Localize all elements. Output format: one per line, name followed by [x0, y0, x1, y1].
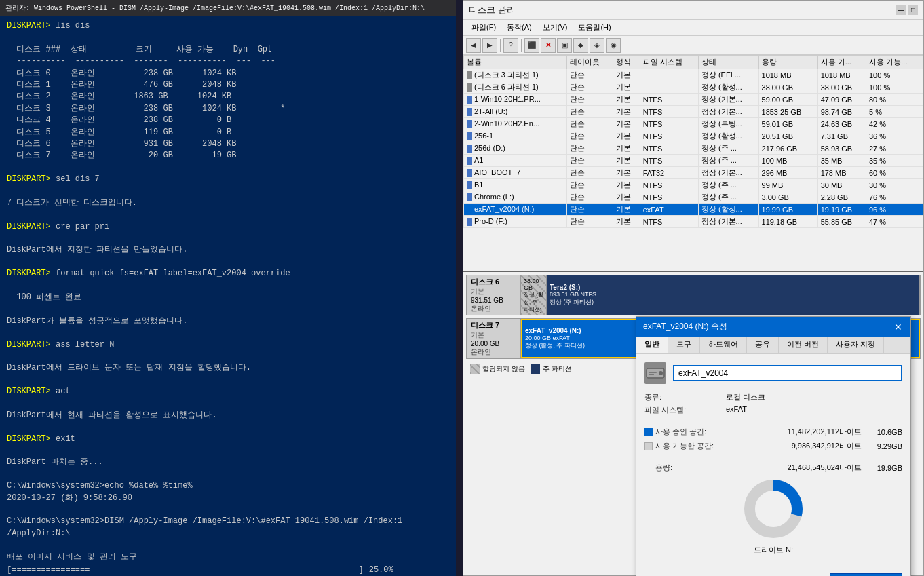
table-row[interactable]: 1-Win10.20H1.PR...단순기본NTFS정상 (기본...59.00…	[464, 94, 923, 106]
back-button[interactable]: ◀	[466, 38, 481, 53]
ps-progress-pct: 25.0%	[369, 565, 393, 575]
table-row[interactable]: Chrome (L:)단순기본NTFS정상 (주 ...3.00 GB2.28 …	[464, 191, 923, 204]
props-total-label: 용량:	[655, 463, 744, 473]
ps-cre-out: DiskPart에서 지정한 파티션을 만들었습니다.	[7, 244, 449, 256]
tab-customize[interactable]: 사용자 지정	[828, 337, 884, 353]
ps-fmt-out: DiskPart가 볼륨을 성공적으로 포맷했습니다.	[7, 315, 449, 327]
ps-disk3: 디스크 3 온라인 238 GB 1024 KB *	[7, 103, 449, 115]
ps-blank5	[7, 233, 449, 244]
ps-disk1: 디스크 1 온라인 476 GB 2048 KB	[7, 79, 449, 91]
props-used-label: 사용 중인 공간:	[655, 427, 744, 437]
props-type-label: 종류:	[644, 392, 726, 402]
ps-blank3	[7, 185, 449, 197]
ps-blank17	[7, 539, 449, 551]
legend-unalloc: 할당되지 않음	[470, 364, 525, 374]
ps-cmd-exit: DISKPART> exit	[7, 434, 449, 445]
dm-title: 디스크 관리	[469, 4, 516, 16]
legend-unalloc-label: 할당되지 않음	[482, 364, 525, 374]
ps-cmd-ass: DISKPART> ass letter=N	[7, 339, 449, 351]
menu-file[interactable]: 파일(F)	[466, 21, 501, 34]
tab-previous[interactable]: 이전 버전	[779, 337, 828, 353]
ps-blank2	[7, 162, 449, 174]
table-row[interactable]: B1단순기본NTFS정상 (주 ...99 MB30 MB30 %	[464, 179, 923, 191]
ps-titlebar: 관리자: Windows PowerShell - DISM /Apply-Im…	[0, 0, 456, 16]
ps-dism-title: 배포 이미지 서비스 및 관리 도구	[7, 552, 449, 563]
legend-primary-icon	[531, 364, 540, 374]
tab-sharing[interactable]: 공유	[747, 337, 779, 353]
props-fs-value: exFAT	[726, 405, 747, 413]
ps-blank10	[7, 351, 449, 362]
dm-menubar: 파일(F) 동작(A) 보기(V) 도움말(H)	[463, 20, 923, 36]
ps-cmd-fmt: DISKPART> format quick fs=exFAT label=ex…	[7, 268, 449, 280]
props-buttons: 디스크 정리(D)	[636, 569, 910, 576]
props-free-label: 사용 가능한 공간:	[655, 441, 744, 451]
menu-view[interactable]: 보기(V)	[537, 21, 573, 34]
disk6-row: 디스크 6 기본 931.51 GB 온라인 38.00 GB 정상 (활성, …	[466, 275, 921, 315]
ps-cmd-dism: C:\Windows\system32>DISM /Apply-Image /I…	[7, 516, 449, 539]
volume-table: 볼륨 레이아웃 형식 파일 시스템 상태 용량 사용 가... 사용 가능...…	[463, 55, 923, 228]
disk7-label: 디스크 7 기본 20.00 GB 온라인	[467, 319, 521, 358]
ps-disk7: 디스크 7 온라인 20 GB 19 GB	[7, 150, 449, 161]
table-row[interactable]: 2T-All (U:)단순기본NTFS정상 (기본...1853.25 GB98…	[464, 106, 923, 118]
ps-title: 관리자: Windows PowerShell - DISM /Apply-Im…	[5, 3, 425, 13]
help-button[interactable]: ?	[503, 38, 518, 53]
disk6-part1[interactable]: 38.00 GB 정상 (활성, 주 파티션)	[521, 275, 547, 315]
table-row[interactable]: (디스크 6 파티션 1)단순기본정상 (활성...38.00 GB38.00 …	[464, 81, 923, 94]
ps-disk4: 디스크 4 온라인 238 GB 0 B	[7, 115, 449, 126]
volume-name-input[interactable]	[673, 365, 902, 381]
props-type-row: 종류: 로컬 디스크	[644, 392, 902, 402]
toolbar-btn-8[interactable]: ◉	[606, 38, 621, 53]
disk-cleanup-button[interactable]: 디스크 정리(D)	[830, 573, 902, 576]
props-total-bytes: 21,468,545,024바이트	[744, 463, 862, 473]
props-type-value: 로컬 디스크	[726, 392, 765, 402]
ps-line-blank	[7, 32, 449, 43]
ps-date-out: 2020-10-27 (화) 9:58:26.90	[7, 493, 449, 504]
minimize-button[interactable]: —	[896, 5, 906, 15]
table-row[interactable]: exFAT_v2004 (N:)단순기본exFAT정상 (활성...19.99 …	[464, 204, 923, 216]
col-type: 형식	[613, 56, 640, 69]
tab-hardware[interactable]: 하드웨어	[700, 337, 747, 353]
toolbar-btn-3[interactable]: ⬛	[524, 38, 539, 53]
ps-table-header: 디스크 ### 상태 크기 사용 가능 Dyn Gpt	[7, 44, 449, 56]
tab-general[interactable]: 일반	[636, 337, 668, 353]
toolbar-btn-6[interactable]: ◆	[573, 38, 588, 53]
disk6-part2[interactable]: Tera2 (S:) 893.51 GB NTFS 정상 (주 파티션)	[547, 275, 920, 315]
props-chart-area	[644, 478, 902, 539]
ps-ass-out: DiskPart에서 드라이브 문자 또는 탑재 지점을 할당했습니다.	[7, 362, 449, 374]
toolbar-btn-5[interactable]: ▣	[557, 38, 572, 53]
col-layout: 레이아웃	[566, 56, 613, 69]
toolbar-separator-1	[500, 39, 501, 52]
props-total-gb: 19.9GB	[862, 464, 902, 472]
table-row[interactable]: AIO_BOOT_7단순기본FAT32정상 (기본...296 MB178 MB…	[464, 167, 923, 179]
col-status: 상태	[698, 56, 758, 69]
table-row[interactable]: 2-Win10.20H2.En...단순기본NTFS정상 (부팅...59.01…	[464, 118, 923, 130]
menu-help[interactable]: 도움말(H)	[573, 21, 616, 34]
table-row[interactable]: Pro-D (F:)단순기본NTFS정상 (기본...119.18 GB55.8…	[464, 216, 923, 228]
ps-blank4	[7, 209, 449, 220]
ps-disk6: 디스크 6 온라인 931 GB 2048 KB	[7, 138, 449, 150]
ps-cmd-act: DISKPART> act	[7, 386, 449, 398]
props-divider-2	[644, 457, 902, 457]
powershell-window: 관리자: Windows PowerShell - DISM /Apply-Im…	[0, 0, 456, 576]
table-row[interactable]: (디스크 3 파티션 1)단순기본정상 (EFI ...1018 MB1018 …	[464, 69, 923, 81]
props-close-button[interactable]: ✕	[893, 322, 904, 332]
disk6-status: 온라인	[471, 304, 516, 313]
props-used-row: 사용 중인 공간: 11,482,202,112바이트 10.6GB	[644, 427, 902, 437]
legend-unalloc-icon	[470, 364, 480, 374]
dm-volume-table[interactable]: 볼륨 레이아웃 형식 파일 시스템 상태 용량 사용 가... 사용 가능...…	[463, 55, 923, 272]
props-divider-1	[644, 421, 902, 421]
delete-button[interactable]: ✕	[541, 38, 556, 53]
forward-button[interactable]: ▶	[482, 38, 497, 53]
disk6-p2-label: Tera2 (S:)	[550, 284, 917, 291]
menu-action[interactable]: 동작(A)	[501, 21, 537, 34]
toolbar-btn-7[interactable]: ◈	[590, 38, 604, 53]
table-row[interactable]: A1단순기본NTFS정상 (주 ...100 MB35 MB35 %	[464, 155, 923, 167]
disk6-p2-status: 정상 (주 파티션)	[550, 298, 917, 307]
ps-blank8	[7, 303, 449, 315]
ps-cmd-cre: DISKPART> cre par pri	[7, 221, 449, 233]
table-row[interactable]: 256-1단순기본NTFS정상 (활성...20.51 GB7.31 GB36 …	[464, 130, 923, 142]
disk6-p2-size: 893.51 GB NTFS	[550, 291, 917, 298]
maximize-button[interactable]: □	[908, 5, 918, 15]
table-row[interactable]: 256d (D:)단순기본NTFS정상 (주 ...217.96 GB58.93…	[464, 142, 923, 155]
tab-tools[interactable]: 도구	[668, 337, 700, 353]
